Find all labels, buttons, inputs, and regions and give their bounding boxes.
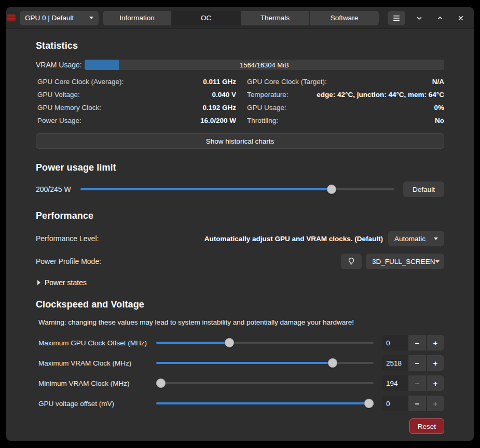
stat-value: 0.040 V — [212, 91, 236, 99]
max-vram-clock-input[interactable] — [382, 355, 408, 371]
tab-thermals[interactable]: Thermals — [241, 11, 310, 25]
stat-label: GPU Core Clock (Average): — [37, 78, 124, 86]
close-button[interactable] — [454, 11, 468, 25]
plus-icon: + — [433, 359, 438, 367]
slider-fill — [156, 342, 229, 344]
gpu-voltage-offset-slider[interactable] — [156, 398, 374, 409]
slider-fill — [156, 362, 333, 364]
menu-button[interactable] — [388, 11, 405, 25]
chevron-up-icon — [436, 15, 444, 22]
increment-button[interactable]: + — [426, 335, 444, 351]
power-profile-hint-button[interactable] — [341, 254, 362, 269]
hamburger-icon — [393, 15, 400, 21]
increment-button[interactable]: + — [426, 355, 444, 371]
gpu-selector-dropdown[interactable]: GPU 0 | Default — [20, 11, 99, 25]
slider-handle[interactable] — [364, 399, 374, 408]
minus-icon: − — [415, 339, 420, 347]
warning-text: Warning: changing these values may lead … — [36, 318, 444, 328]
plus-icon: + — [433, 380, 438, 387]
vram-usage-progressbar: 1564/16304 MiB — [85, 60, 444, 70]
power-profile-value: 3D_FULL_SCREEN — [372, 258, 435, 265]
reset-button[interactable]: Reset — [409, 418, 444, 434]
decrement-button[interactable]: − — [408, 335, 426, 351]
slider-handle[interactable] — [225, 338, 234, 347]
slider-track — [80, 188, 394, 190]
performance-level-value: Automatic — [394, 235, 426, 243]
power-profile-dropdown[interactable]: 3D_FULL_SCREEN — [366, 254, 444, 269]
stat-label: GPU Memory Clock: — [37, 104, 101, 111]
stats-grid: GPU Core Clock (Average): 0.011 GHz GPU … — [36, 75, 444, 127]
power-states-expander[interactable]: Power states — [36, 277, 444, 288]
performance-level-row: Performance Level: Automatically adjust … — [36, 231, 444, 246]
tab-group: Information OC Thermals Software — [103, 11, 379, 25]
caret-down-icon — [435, 260, 440, 263]
slider-track — [156, 362, 374, 364]
max-gpu-clock-offset-row: Maximum GPU Clock Offset (MHz) − + — [36, 335, 444, 351]
stat-throttling: Throttling: No — [245, 117, 444, 124]
slider-track — [156, 342, 374, 344]
stat-gpu-memory-clock: GPU Memory Clock: 0.192 GHz — [36, 104, 236, 111]
statistics-heading: Statistics — [36, 40, 444, 51]
clockspeed-heading: Clockspeed and Voltage — [36, 299, 444, 310]
increment-button[interactable]: + — [426, 375, 444, 391]
gpu-voltage-offset-row: GPU voltage offset (mV) − + — [36, 396, 444, 411]
stat-label: GPU Usage: — [247, 104, 286, 111]
performance-level-dropdown[interactable]: Automatic — [388, 231, 444, 246]
minus-icon: − — [415, 380, 420, 387]
maximize-button[interactable] — [433, 11, 447, 25]
increment-button[interactable]: + — [426, 396, 444, 411]
show-historical-charts-button[interactable]: Show historical charts — [36, 133, 444, 149]
decrement-button[interactable]: − — [408, 375, 426, 391]
slider-handle[interactable] — [328, 358, 337, 368]
min-vram-clock-row: Minimum VRAM Clock (MHz) − + — [36, 375, 444, 391]
plus-icon: + — [433, 400, 438, 408]
app-window: GPU 0 | Default Information OC Thermals … — [6, 7, 474, 441]
slider-handle[interactable] — [156, 379, 166, 388]
max-vram-clock-slider[interactable] — [156, 358, 374, 368]
decrement-button[interactable]: − — [408, 396, 426, 411]
slider-track — [156, 382, 374, 384]
tab-information[interactable]: Information — [103, 11, 172, 25]
gpu-voltage-offset-input[interactable] — [382, 396, 408, 411]
performance-level-label: Performance Level: — [36, 234, 99, 243]
power-usage-limit-heading: Power usage limit — [36, 162, 444, 173]
stat-label: GPU Voltage: — [37, 91, 80, 99]
plus-icon: + — [433, 339, 438, 347]
minimize-button[interactable] — [413, 11, 426, 25]
power-limit-row: 200/245 W Default — [36, 181, 444, 197]
power-limit-value: 200/245 W — [36, 185, 71, 193]
stat-value: 16.0/200 W — [200, 117, 236, 124]
stat-temperature: Temperature: edge: 42°C, junction: 44°C,… — [245, 91, 444, 99]
stat-value: No — [435, 117, 444, 124]
performance-level-description: Automatically adjust GPU and VRAM clocks… — [204, 235, 383, 243]
power-limit-slider[interactable] — [80, 184, 394, 194]
stat-value: 0% — [434, 104, 444, 111]
clock-row-label: GPU voltage offset (mV) — [36, 400, 156, 408]
stat-gpu-core-clock-target: GPU Core Clock (Target): N/A — [245, 78, 444, 86]
stat-power-usage: Power Usage: 16.0/200 W — [36, 117, 236, 124]
stat-label: GPU Core Clock (Target): — [247, 78, 327, 86]
max-vram-clock-spinbox: − + — [382, 355, 444, 371]
max-gpu-clock-offset-slider[interactable] — [156, 338, 374, 348]
slider-handle[interactable] — [327, 185, 336, 194]
minus-icon: − — [415, 359, 420, 367]
power-limit-default-button[interactable]: Default — [403, 181, 444, 197]
min-vram-clock-slider[interactable] — [156, 378, 374, 388]
titlebar: GPU 0 | Default Information OC Thermals … — [6, 7, 474, 29]
stat-value: 0.192 GHz — [202, 104, 236, 111]
caret-down-icon — [89, 17, 93, 19]
tab-software[interactable]: Software — [310, 11, 379, 25]
min-vram-clock-input[interactable] — [382, 375, 408, 391]
performance-heading: Performance — [36, 211, 444, 221]
stat-value: edge: 42°C, junction: 44°C, mem: 64°C — [317, 91, 444, 99]
slider-track — [156, 402, 374, 404]
max-vram-clock-row: Maximum VRAM Clock (MHz) − + — [36, 355, 444, 371]
stat-value: 0.011 GHz — [203, 78, 236, 86]
vram-usage-value: 1564/16304 MiB — [85, 60, 444, 70]
stat-value: N/A — [432, 78, 444, 86]
decrement-button[interactable]: − — [408, 355, 426, 371]
max-gpu-clock-offset-input[interactable] — [382, 335, 408, 351]
gpu-selector-label: GPU 0 | Default — [25, 14, 74, 22]
tab-oc[interactable]: OC — [172, 11, 241, 25]
stat-gpu-voltage: GPU Voltage: 0.040 V — [36, 91, 236, 99]
